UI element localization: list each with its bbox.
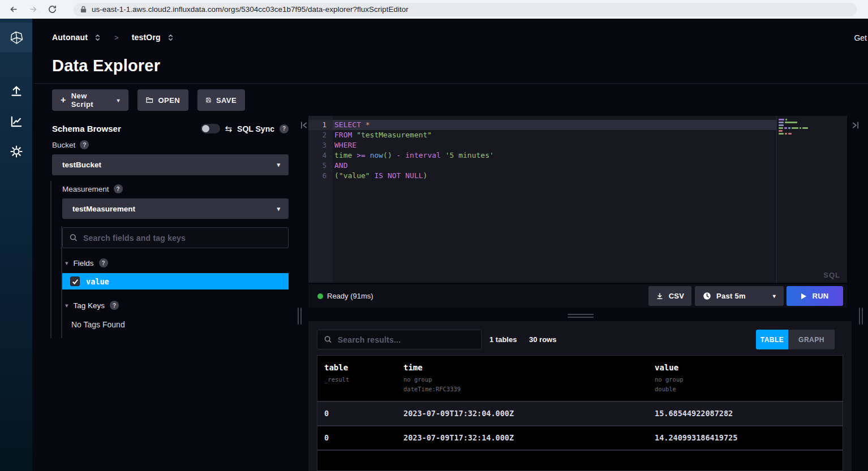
time-range-dropdown[interactable]: Past 5m ▾ (695, 286, 784, 306)
new-script-label: New Script (71, 92, 110, 109)
fields-group-row[interactable]: ▾ Fields ? (65, 258, 108, 267)
collapse-left-icon[interactable] (300, 121, 308, 129)
bucket-help-icon[interactable]: ? (80, 140, 89, 149)
search-icon (70, 234, 78, 242)
horizontal-splitter-handle[interactable] (568, 314, 594, 319)
page-title: Data Explorer (52, 57, 160, 75)
address-bar[interactable]: us-east-1-1.aws.cloud2.influxdata.com/or… (74, 3, 857, 16)
url-text: us-east-1-1.aws.cloud2.influxdata.com/or… (92, 5, 409, 14)
data-explorer-nav-icon[interactable] (0, 114, 32, 129)
new-script-button[interactable]: + New Script ▾ (52, 89, 128, 111)
line-number: 4 (308, 150, 333, 161)
caret-down-icon: ▾ (117, 97, 120, 103)
caret-down-icon: ▾ (277, 205, 280, 213)
org-sort-chevrons-icon[interactable] (167, 33, 174, 42)
tables-count: 1 tables (489, 335, 517, 344)
editor-minimap[interactable] (777, 116, 847, 283)
save-button[interactable]: SAVE (197, 89, 245, 111)
query-status-bar: Ready (91ms) CSV Past 5m ▾ RUN (308, 284, 847, 308)
code-line[interactable]: time >= now() - interval '5 minutes' (333, 150, 776, 161)
tab-graph[interactable]: GRAPH (788, 330, 835, 349)
table-row: 02023-07-09T17:32:04.000Z15.685449220872… (317, 402, 843, 426)
table-cell: 0 (317, 409, 397, 418)
csv-download-button[interactable]: CSV (648, 286, 691, 306)
breadcrumb: Autonaut > testOrg (52, 33, 174, 42)
status-dot-icon (317, 293, 323, 299)
account-switcher[interactable]: Autonaut (52, 33, 88, 42)
results-panel: 1 tables 30 rows TABLE GRAPH table_resul… (308, 321, 852, 471)
breadcrumb-separator: > (114, 33, 119, 42)
results-search-box (317, 330, 482, 349)
top-right-get-link[interactable]: Get (854, 33, 867, 42)
field-name: value (86, 277, 109, 286)
right-splitter-handle[interactable] (859, 308, 863, 325)
settings-gear-icon[interactable] (0, 144, 32, 159)
tag-keys-caret-icon[interactable]: ▾ (65, 302, 68, 309)
play-icon (801, 293, 807, 300)
tag-keys-group-row[interactable]: ▾ Tag Keys ? (65, 301, 119, 310)
lock-icon (80, 6, 87, 13)
collapse-right-icon[interactable] (851, 121, 860, 129)
fields-list: value (62, 273, 289, 289)
browser-toolbar: us-east-1-1.aws.cloud2.influxdata.com/or… (0, 0, 868, 19)
code-line[interactable]: FROM "testMeasurement" (333, 130, 776, 140)
sql-sync-toggle[interactable] (201, 124, 220, 133)
measurement-help-icon[interactable]: ? (114, 184, 123, 193)
column-header: valueno groupdouble (648, 363, 843, 394)
caret-down-icon: ▾ (773, 293, 776, 299)
fields-help-icon[interactable]: ? (99, 258, 108, 267)
bucket-label-row: Bucket ? (52, 140, 89, 149)
org-switcher[interactable]: testOrg (132, 33, 161, 42)
table-row: 02023-07-09T17:32:14.000Z14.240993186419… (317, 426, 843, 451)
plus-icon: + (61, 95, 66, 105)
field-item[interactable]: value (62, 273, 289, 289)
measurement-label: Measurement (62, 185, 109, 193)
editor-language-badge: SQL (823, 271, 840, 279)
tab-table[interactable]: TABLE (756, 330, 788, 349)
upload-nav-icon[interactable] (0, 84, 32, 98)
bucket-dropdown[interactable]: testBucket ▾ (52, 154, 289, 175)
line-number: 3 (308, 140, 333, 150)
column-header: timeno groupdateTime:RFC3339 (397, 363, 648, 394)
caret-down-icon: ▾ (277, 161, 280, 168)
line-number: 6 (308, 171, 333, 181)
table-cell: 2023-07-09T17:32:14.000Z (397, 433, 648, 442)
floppy-icon (206, 96, 211, 104)
open-label: OPEN (158, 96, 180, 105)
field-checkbox[interactable] (70, 276, 80, 286)
influxdb-logo[interactable] (0, 23, 32, 53)
run-button[interactable]: RUN (787, 286, 843, 306)
fields-caret-icon[interactable]: ▾ (65, 260, 68, 267)
browser-forward-icon[interactable] (27, 4, 38, 15)
sql-sync-help-icon[interactable]: ? (280, 124, 289, 133)
code-line[interactable]: WHERE (333, 140, 776, 150)
title-divider (34, 83, 868, 84)
column-header: table_result (317, 363, 397, 394)
table-cell: 0 (317, 433, 397, 442)
clock-icon (703, 292, 711, 300)
code-line[interactable]: SELECT * (333, 120, 776, 130)
open-button[interactable]: OPEN (137, 89, 188, 111)
left-splitter-handle[interactable] (298, 308, 302, 325)
editor-code[interactable]: SELECT *FROM "testMeasurement"WHEREtime … (333, 116, 776, 283)
table-cell: 14.240993186419725 (648, 433, 843, 442)
editor-gutter: 123456 (308, 116, 333, 283)
schema-search-input[interactable] (83, 234, 281, 243)
download-icon (656, 292, 664, 300)
tag-keys-help-icon[interactable]: ? (110, 301, 119, 310)
account-sort-chevrons-icon[interactable] (94, 33, 101, 42)
time-range-label: Past 5m (716, 292, 746, 300)
indent-line (50, 181, 51, 338)
code-line[interactable]: AND (333, 161, 776, 171)
csv-label: CSV (669, 292, 685, 300)
results-table-body: 02023-07-09T17:32:04.000Z15.685449220872… (317, 402, 843, 451)
results-search-input[interactable] (338, 335, 474, 344)
run-label: RUN (812, 292, 828, 300)
browser-reload-icon[interactable] (46, 4, 58, 15)
schema-browser-header: Schema Browser ⇆ SQL Sync ? (52, 124, 289, 137)
browser-back-icon[interactable] (8, 4, 19, 15)
code-line[interactable]: ("value" IS NOT NULL) (333, 171, 776, 181)
rows-count: 30 rows (529, 335, 556, 344)
measurement-dropdown[interactable]: testMeasurement ▾ (62, 198, 289, 219)
line-number: 1 (308, 120, 333, 130)
